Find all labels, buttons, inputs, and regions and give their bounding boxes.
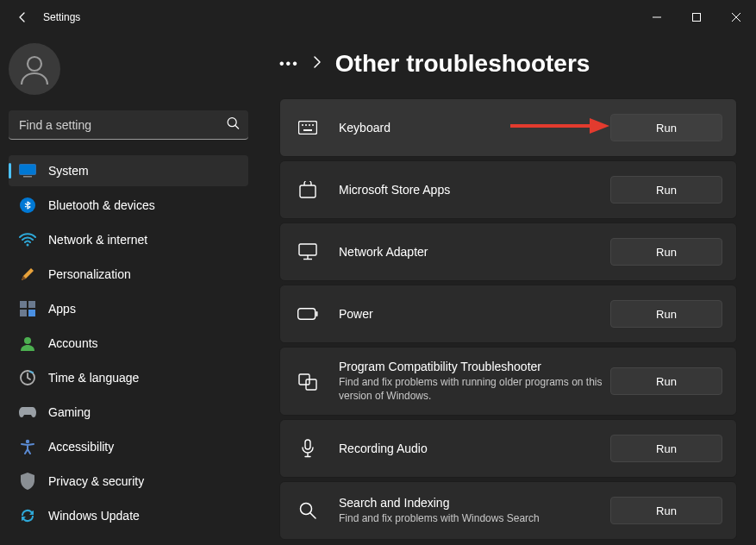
back-arrow-icon — [16, 10, 29, 24]
card-title: Network Adapter — [339, 245, 610, 259]
user-block[interactable] — [9, 43, 248, 95]
brush-icon — [19, 266, 36, 283]
run-button[interactable]: Run — [610, 435, 722, 462]
page-title: Other troubleshooters — [335, 50, 590, 78]
svg-rect-22 — [300, 185, 316, 197]
card-title: Power — [339, 307, 610, 321]
avatar — [9, 43, 60, 95]
sidebar-item-accessibility[interactable]: Accessibility — [9, 431, 248, 462]
maximize-button[interactable] — [677, 3, 716, 31]
sidebar-item-accounts[interactable]: Accounts — [9, 328, 248, 359]
sidebar-item-label: Network & internet — [48, 233, 147, 247]
sidebar-item-time[interactable]: Time & language — [9, 362, 248, 393]
svg-line-32 — [310, 513, 316, 518]
minimize-icon — [653, 13, 661, 22]
update-icon — [19, 507, 36, 524]
clock-icon — [19, 369, 36, 386]
close-button[interactable] — [716, 3, 756, 31]
sidebar-item-system[interactable]: System — [9, 155, 248, 186]
svg-rect-9 — [20, 301, 27, 308]
sidebar-item-label: System — [48, 164, 89, 178]
card-title: Recording Audio — [339, 442, 610, 455]
svg-point-20 — [312, 124, 314, 126]
troubleshooter-card-keyboard[interactable]: Keyboard Run — [279, 98, 737, 157]
app-title: Settings — [43, 11, 80, 23]
sidebar-item-bluetooth[interactable]: Bluetooth & devices — [9, 190, 248, 221]
svg-rect-11 — [20, 310, 27, 316]
troubleshooter-card-search[interactable]: Search and Indexing Find and fix problem… — [279, 481, 737, 540]
close-icon — [732, 13, 740, 22]
svg-rect-21 — [303, 129, 312, 131]
accounts-icon — [19, 335, 36, 352]
battery-icon — [297, 308, 318, 320]
svg-rect-5 — [20, 165, 36, 175]
cards-list: Keyboard Run Microsoft Store Apps Run Ne… — [279, 98, 737, 540]
sidebar-item-privacy[interactable]: Privacy & security — [9, 466, 248, 497]
keyboard-icon — [297, 121, 318, 135]
sidebar-item-label: Windows Update — [48, 509, 140, 523]
sidebar-item-update[interactable]: Windows Update — [9, 500, 248, 531]
svg-point-18 — [305, 124, 307, 126]
monitor-network-icon — [297, 243, 318, 260]
svg-point-8 — [27, 244, 29, 247]
bluetooth-icon — [19, 197, 36, 214]
run-button[interactable]: Run — [610, 367, 722, 395]
sidebar: System Bluetooth & devices Network & int… — [0, 34, 259, 545]
accessibility-icon — [19, 438, 36, 455]
sidebar-item-label: Privacy & security — [48, 474, 144, 488]
svg-point-13 — [24, 337, 31, 344]
card-title: Keyboard — [339, 121, 610, 135]
svg-point-2 — [28, 57, 41, 71]
svg-rect-26 — [298, 309, 316, 320]
back-button[interactable] — [9, 3, 36, 31]
shield-icon — [19, 473, 36, 490]
troubleshooter-card-recording[interactable]: Recording Audio Run — [279, 419, 737, 478]
search-card-icon — [297, 502, 318, 519]
svg-rect-6 — [23, 176, 32, 178]
sidebar-item-gaming[interactable]: Gaming — [9, 397, 248, 428]
run-button[interactable]: Run — [610, 238, 722, 266]
svg-point-15 — [26, 440, 29, 443]
sidebar-item-personalization[interactable]: Personalization — [9, 259, 248, 290]
wifi-icon — [19, 231, 36, 248]
store-icon — [297, 181, 318, 198]
apps-icon — [19, 300, 36, 317]
run-button[interactable]: Run — [610, 300, 722, 328]
svg-rect-16 — [299, 122, 317, 135]
svg-rect-27 — [316, 311, 318, 316]
sidebar-item-network[interactable]: Network & internet — [9, 224, 248, 255]
compat-icon — [297, 372, 318, 391]
card-title: Search and Indexing — [339, 496, 610, 510]
gamepad-icon — [19, 404, 36, 421]
troubleshooter-card-power[interactable]: Power Run — [279, 285, 737, 343]
sidebar-item-label: Personalization — [48, 267, 131, 281]
svg-rect-10 — [28, 301, 35, 308]
card-desc: Find and fix problems with Windows Searc… — [339, 511, 610, 525]
minimize-button[interactable] — [637, 3, 677, 31]
troubleshooter-card-compat[interactable]: Program Compatibility Troubleshooter Fin… — [279, 347, 737, 416]
svg-rect-30 — [305, 440, 310, 449]
run-button[interactable]: Run — [610, 114, 722, 141]
sidebar-item-label: Accounts — [48, 336, 98, 350]
breadcrumb-more[interactable]: ••• — [279, 56, 299, 72]
run-button[interactable]: Run — [610, 176, 722, 204]
svg-rect-1 — [693, 14, 701, 22]
search-input[interactable] — [9, 110, 248, 140]
troubleshooter-card-network[interactable]: Network Adapter Run — [279, 222, 737, 281]
sidebar-item-apps[interactable]: Apps — [9, 293, 248, 324]
card-title: Microsoft Store Apps — [339, 183, 610, 197]
title-bar: Settings — [0, 0, 756, 34]
sidebar-item-label: Accessibility — [48, 440, 114, 454]
svg-point-17 — [302, 124, 303, 126]
card-title: Program Compatibility Troubleshooter — [339, 360, 610, 373]
sidebar-item-label: Apps — [48, 302, 76, 316]
chevron-right-icon — [313, 56, 322, 72]
sidebar-item-label: Bluetooth & devices — [48, 198, 155, 212]
run-button[interactable]: Run — [610, 497, 722, 524]
troubleshooter-card-store[interactable]: Microsoft Store Apps Run — [279, 160, 737, 219]
person-icon — [16, 50, 53, 88]
svg-rect-12 — [28, 310, 35, 316]
main: ••• Other troubleshooters Keyboard Run M… — [259, 34, 756, 545]
maximize-icon — [692, 13, 701, 22]
svg-rect-23 — [299, 244, 316, 255]
